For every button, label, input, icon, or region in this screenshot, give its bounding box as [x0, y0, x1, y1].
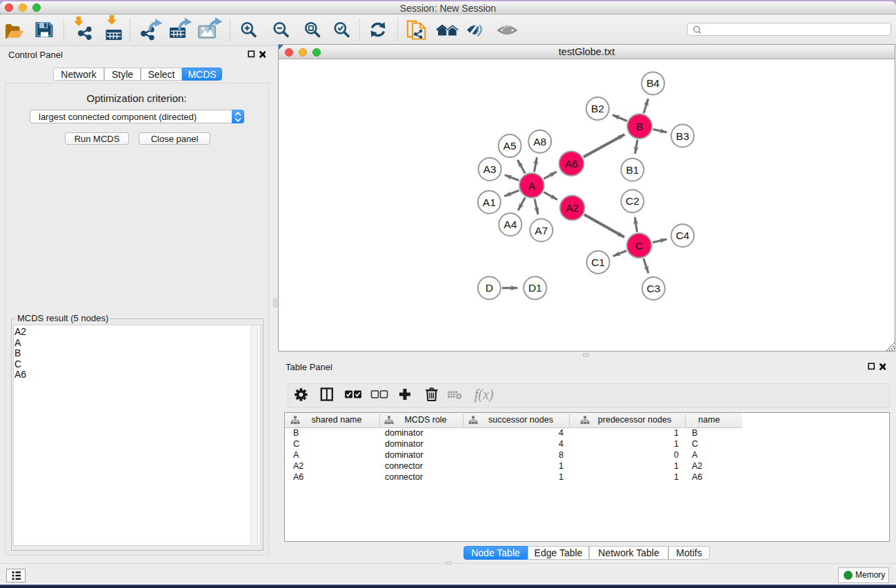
svg-text:B3: B3	[676, 130, 689, 142]
svg-text:f(x): f(x)	[475, 387, 494, 403]
svg-text:A8: A8	[533, 136, 546, 148]
svg-text:C2: C2	[626, 195, 639, 207]
svg-text:B2: B2	[591, 103, 604, 114]
svg-text:A6: A6	[565, 158, 578, 170]
svg-text:A4: A4	[504, 219, 517, 230]
svg-text:C3: C3	[646, 283, 660, 294]
svg-text:B1: B1	[626, 164, 639, 176]
svg-text:C4: C4	[676, 230, 690, 241]
svg-text:C1: C1	[591, 256, 605, 268]
svg-text:D1: D1	[528, 282, 542, 294]
svg-text:C: C	[635, 240, 643, 252]
svg-text:A5: A5	[504, 140, 517, 152]
svg-text:B: B	[636, 121, 643, 132]
svg-text:A: A	[528, 180, 536, 192]
svg-text:D: D	[486, 282, 493, 294]
svg-text:A1: A1	[483, 196, 496, 208]
svg-text:A7: A7	[535, 225, 548, 236]
svg-text:A2: A2	[566, 202, 579, 214]
svg-text:A3: A3	[484, 163, 497, 175]
svg-text:B4: B4	[646, 77, 659, 89]
